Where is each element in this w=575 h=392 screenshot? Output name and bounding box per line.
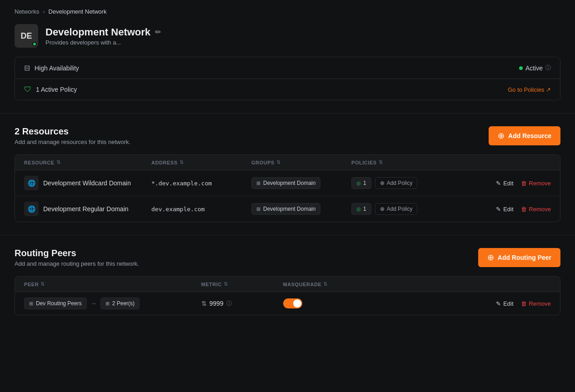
info-card-policy: 🛡 1 Active Policy Go to Policies ↗ xyxy=(15,79,560,100)
routing-peers-title: Routing Peers xyxy=(15,248,139,258)
info-icon[interactable]: ⓘ xyxy=(545,64,551,72)
row-actions: ✎ Edit 🗑 Remove xyxy=(442,206,551,213)
policy-count-badge[interactable]: ◎ 1 xyxy=(351,177,371,189)
resource-name: Development Wildcard Domain xyxy=(43,179,131,187)
add-resource-button[interactable]: ⊕ Add Resource xyxy=(489,126,560,145)
info-cards: ⊟ High Availability Active ⓘ 🛡 1 Active … xyxy=(15,57,560,100)
add-routing-peer-button[interactable]: ⊕ Add Routing Peer xyxy=(478,248,560,267)
server-icon: ⊟ xyxy=(24,64,30,72)
masquerade-toggle[interactable] xyxy=(283,298,302,308)
peer-count-badge[interactable]: ⊞ 2 Peer(s) xyxy=(100,298,140,309)
globe-icon: 🌐 xyxy=(28,205,35,213)
resource-name-cell: 🌐 Development Regular Domain xyxy=(24,202,151,216)
add-policy-button[interactable]: ⊕ Add Policy xyxy=(375,177,418,189)
trash-icon: 🗑 xyxy=(521,206,527,213)
peers-table: PEER ⇅ METRIC ⇅ MASQUERADE ⇅ ⊞ Dev Routi… xyxy=(15,276,560,315)
col-metric: METRIC ⇅ xyxy=(201,281,283,287)
high-availability-label: High Availability xyxy=(35,65,79,72)
arrow-icon: → xyxy=(90,300,97,307)
resources-table-header: RESOURCE ⇅ ADDRESS ⇅ GROUPS ⇅ POLICIES ⇅ xyxy=(15,155,560,170)
breadcrumb-current: Development Network xyxy=(49,8,107,15)
col-resource: RESOURCE ⇅ xyxy=(24,159,151,165)
metric-cell: ⇅ 9999 ⓘ xyxy=(201,300,283,308)
resources-table: RESOURCE ⇅ ADDRESS ⇅ GROUPS ⇅ POLICIES ⇅… xyxy=(15,154,560,222)
sort-icon: ⇅ xyxy=(323,281,328,287)
resource-icon-box: 🌐 xyxy=(24,202,39,216)
go-to-policies-link[interactable]: Go to Policies ↗ xyxy=(508,86,551,93)
peers-table-header: PEER ⇅ METRIC ⇅ MASQUERADE ⇅ xyxy=(15,277,560,292)
group-icon: ⊞ xyxy=(256,180,260,186)
col-peer: PEER ⇅ xyxy=(24,281,201,287)
metric-icon: ⇅ xyxy=(201,300,207,307)
policy-count-badge[interactable]: ◎ 1 xyxy=(351,203,371,215)
toggle-knob xyxy=(293,299,301,308)
routing-peers-subtitle: Add and manage routing peers for this ne… xyxy=(15,260,139,267)
peer-group-badge[interactable]: ⊞ Dev Routing Peers xyxy=(24,298,87,309)
edit-icon: ✎ xyxy=(496,180,501,187)
breadcrumb: Networks › Development Network xyxy=(0,0,575,20)
status-active: Active ⓘ xyxy=(519,64,551,72)
status-dot xyxy=(519,66,523,70)
network-subtitle: Provides developers with a... xyxy=(45,39,161,46)
group-badge[interactable]: ⊞ Development Domain xyxy=(251,177,320,189)
breadcrumb-separator: › xyxy=(43,8,45,15)
edit-icon[interactable]: ✏ xyxy=(155,28,161,36)
remove-resource-button[interactable]: 🗑 Remove xyxy=(521,206,551,213)
metric-value: 9999 xyxy=(210,300,224,307)
edit-resource-button[interactable]: ✎ Edit xyxy=(496,206,513,213)
masquerade-toggle-container xyxy=(283,298,374,308)
routing-peers-section-header: Routing Peers Add and manage routing pee… xyxy=(0,235,575,276)
table-row: ⊞ Dev Routing Peers → ⊞ 2 Peer(s) ⇅ 9999… xyxy=(15,292,560,315)
remove-peer-button[interactable]: 🗑 Remove xyxy=(521,300,551,307)
col-groups: GROUPS ⇅ xyxy=(251,159,351,165)
network-info: Development Network ✏ Provides developer… xyxy=(45,26,161,46)
add-icon: ⊕ xyxy=(380,206,385,212)
col-address: ADDRESS ⇅ xyxy=(151,159,251,165)
sort-icon: ⇅ xyxy=(40,281,45,287)
avatar-status-badge xyxy=(32,42,37,46)
policy-count-dot: ◎ xyxy=(356,180,361,186)
avatar: DE xyxy=(15,24,38,48)
resource-groups: ⊞ Development Domain xyxy=(251,203,351,215)
info-card-high-availability: ⊟ High Availability Active ⓘ xyxy=(15,57,560,79)
plus-icon: ⊕ xyxy=(498,131,505,141)
add-policy-button[interactable]: ⊕ Add Policy xyxy=(375,203,418,215)
globe-icon: 🌐 xyxy=(28,179,35,187)
remove-resource-button[interactable]: 🗑 Remove xyxy=(521,180,551,187)
resource-policies: ◎ 1 ⊕ Add Policy xyxy=(351,177,442,189)
network-header: DE Development Network ✏ Provides develo… xyxy=(0,20,575,57)
trash-icon: 🗑 xyxy=(521,300,527,307)
resources-title: 2 Resources xyxy=(15,126,130,137)
active-policy-label: 1 Active Policy xyxy=(36,86,77,93)
policy-count-dot: ◎ xyxy=(356,206,361,212)
sort-icon: ⇅ xyxy=(56,159,61,165)
trash-icon: 🗑 xyxy=(521,180,527,187)
edit-resource-button[interactable]: ✎ Edit xyxy=(496,180,513,187)
metric-info-icon[interactable]: ⓘ xyxy=(226,300,232,308)
resource-address: *.dev.example.com xyxy=(151,179,251,187)
resource-name-cell: 🌐 Development Wildcard Domain xyxy=(24,176,151,190)
resource-icon-box: 🌐 xyxy=(24,176,39,190)
edit-icon: ✎ xyxy=(496,206,501,213)
resource-name: Development Regular Domain xyxy=(43,205,129,213)
network-title: Development Network xyxy=(45,26,150,38)
sort-icon: ⇅ xyxy=(180,159,184,165)
breadcrumb-networks[interactable]: Networks xyxy=(15,8,39,15)
group-icon: ⊞ xyxy=(256,206,260,212)
edit-peer-button[interactable]: ✎ Edit xyxy=(496,300,513,307)
shield-icon: 🛡 xyxy=(24,85,31,94)
table-row: 🌐 Development Wildcard Domain *.dev.exam… xyxy=(15,170,560,196)
edit-icon: ✎ xyxy=(496,300,501,307)
resources-section-header: 2 Resources Add and manage resources for… xyxy=(0,114,575,154)
resource-groups: ⊞ Development Domain xyxy=(251,177,351,189)
peers-icon: ⊞ xyxy=(105,301,110,307)
group-badge[interactable]: ⊞ Development Domain xyxy=(251,203,320,215)
plus-icon: ⊕ xyxy=(487,253,494,263)
group-icon: ⊞ xyxy=(29,301,33,307)
add-icon: ⊕ xyxy=(380,180,385,186)
sort-icon: ⇅ xyxy=(379,159,383,165)
status-label: Active xyxy=(525,65,543,72)
routing-peers-title-group: Routing Peers Add and manage routing pee… xyxy=(15,248,139,267)
sort-icon: ⇅ xyxy=(276,159,281,165)
resource-policies: ◎ 1 ⊕ Add Policy xyxy=(351,203,442,215)
